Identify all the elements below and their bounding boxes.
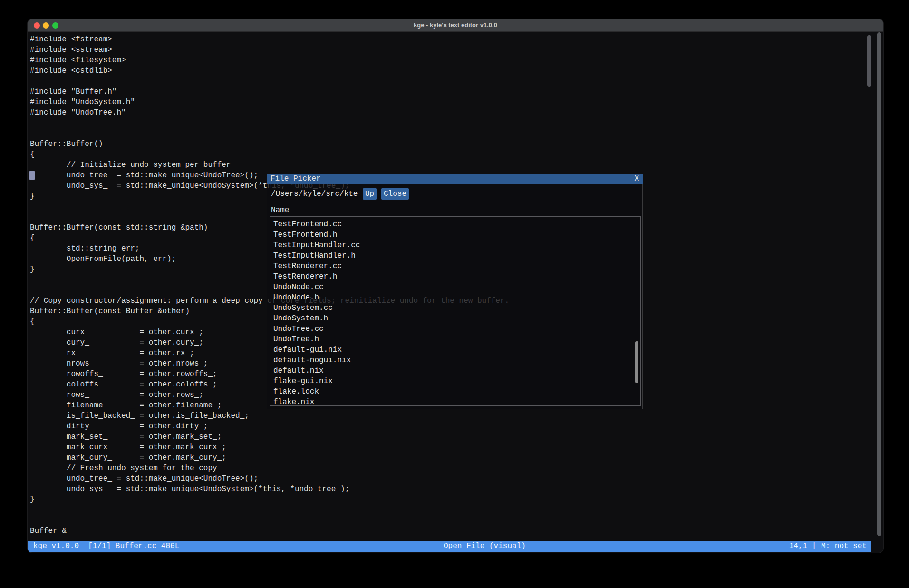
- code-line[interactable]: #include <sstream>: [30, 45, 867, 55]
- code-line[interactable]: [30, 128, 867, 139]
- code-line[interactable]: #include <filesystem>: [30, 55, 867, 66]
- code-line[interactable]: #include <fstream>: [30, 34, 867, 45]
- editor-window: kge - kyle's text editor v1.0.0 #include…: [28, 19, 883, 553]
- current-path: /Users/kyle/src/kte: [271, 189, 358, 199]
- code-line[interactable]: {: [30, 149, 867, 160]
- close-icon[interactable]: X: [634, 174, 639, 184]
- file-list-item[interactable]: TestRenderer.h: [270, 271, 640, 282]
- file-list-item[interactable]: flake-gui.nix: [270, 376, 640, 386]
- window-titlebar: kge - kyle's text editor v1.0.0: [28, 19, 883, 32]
- window-scrollbar[interactable]: [877, 32, 881, 536]
- file-picker-dialog: File Picker X /Users/kyle/src/kte Up Clo…: [267, 174, 643, 409]
- code-line[interactable]: undo_tree_ = std::make_unique<UndoTree>(…: [30, 473, 867, 484]
- status-mode: Open File (visual): [444, 541, 526, 552]
- file-list-item[interactable]: default-gui.nix: [270, 345, 640, 355]
- header-divider: [267, 203, 642, 203]
- file-list-item[interactable]: TestInputHandler.h: [270, 251, 640, 261]
- file-list-item[interactable]: TestFrontend.h: [270, 230, 640, 240]
- file-rows: TestFrontend.ccTestFrontend.hTestInputHa…: [270, 219, 640, 406]
- file-list-item[interactable]: TestRenderer.cc: [270, 261, 640, 271]
- code-line[interactable]: [30, 76, 867, 87]
- status-file-info: kge v1.0.0 [1/1] Buffer.cc 486L: [33, 541, 179, 552]
- code-line[interactable]: // Initialize undo system per buffer: [30, 160, 867, 170]
- column-header-name: Name: [271, 204, 289, 216]
- code-line[interactable]: is_file_backed_ = other.is_file_backed_;: [30, 411, 867, 421]
- code-line[interactable]: [30, 515, 867, 526]
- file-list-item[interactable]: UndoSystem.h: [270, 313, 640, 324]
- file-list-item[interactable]: UndoNode.h: [270, 292, 640, 303]
- file-list: TestFrontend.ccTestFrontend.hTestInputHa…: [270, 216, 641, 406]
- file-picker-title: File Picker: [271, 174, 321, 184]
- editor-scrollbar-thumb[interactable]: [867, 35, 871, 87]
- file-list-item[interactable]: default.nix: [270, 366, 640, 376]
- code-line[interactable]: Buffer &: [30, 526, 867, 536]
- status-cursor-position: 14,1 | M: not set: [789, 541, 867, 552]
- code-line[interactable]: #include <cstdlib>: [30, 66, 867, 76]
- code-line[interactable]: [30, 505, 867, 515]
- code-line[interactable]: dirty_ = other.dirty_;: [30, 421, 867, 432]
- file-list-item[interactable]: default-nogui.nix: [270, 355, 640, 366]
- file-list-item[interactable]: UndoTree.h: [270, 334, 640, 345]
- code-line[interactable]: mark_curx_ = other.mark_curx_;: [30, 442, 867, 453]
- code-line[interactable]: [30, 118, 867, 128]
- text-cursor: [29, 171, 35, 180]
- code-line[interactable]: Buffer::Buffer(): [30, 139, 867, 149]
- code-line[interactable]: // Fresh undo system for the copy: [30, 463, 867, 473]
- up-button[interactable]: Up: [363, 188, 377, 200]
- code-line[interactable]: #include "UndoTree.h": [30, 107, 867, 118]
- code-line[interactable]: undo_sys_ = std::make_unique<UndoSystem>…: [30, 484, 867, 494]
- file-list-item[interactable]: UndoTree.cc: [270, 324, 640, 334]
- file-list-item[interactable]: flake.nix: [270, 397, 640, 406]
- window-title: kge - kyle's text editor v1.0.0: [28, 19, 883, 31]
- file-list-item[interactable]: UndoSystem.cc: [270, 303, 640, 313]
- status-bar: kge v1.0.0 [1/1] Buffer.cc 486L Open Fil…: [28, 541, 871, 552]
- file-picker-titlebar[interactable]: File Picker X: [267, 174, 643, 184]
- code-line[interactable]: #include "Buffer.h": [30, 87, 867, 97]
- code-line[interactable]: }: [30, 494, 867, 505]
- file-list-scrollbar-thumb[interactable]: [635, 341, 638, 383]
- file-list-item[interactable]: TestFrontend.cc: [270, 219, 640, 230]
- file-list-item[interactable]: UndoNode.cc: [270, 282, 640, 292]
- code-line[interactable]: mark_set_ = other.mark_set_;: [30, 432, 867, 442]
- file-list-item[interactable]: flake.lock: [270, 386, 640, 397]
- close-button[interactable]: Close: [381, 188, 409, 200]
- path-row: /Users/kyle/src/kte Up Close: [267, 185, 642, 203]
- file-list-item[interactable]: TestInputHandler.cc: [270, 240, 640, 251]
- code-line[interactable]: #include "UndoSystem.h": [30, 97, 867, 107]
- code-line[interactable]: mark_cury_ = other.mark_cury_;: [30, 453, 867, 463]
